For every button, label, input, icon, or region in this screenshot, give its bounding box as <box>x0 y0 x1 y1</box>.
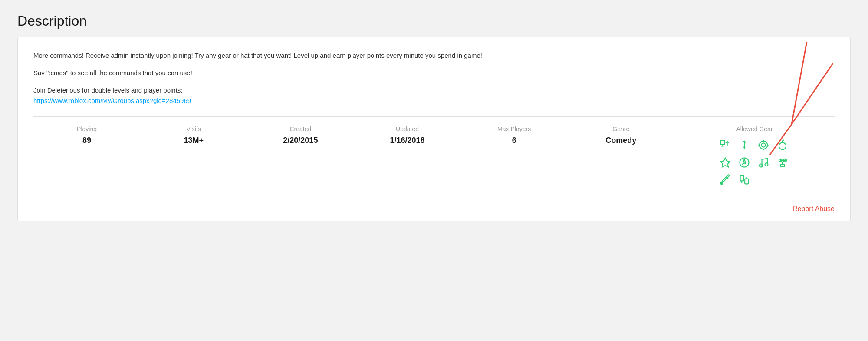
stats-row: Playing 89 Visits 13M+ Created 2/20/2015… <box>33 117 835 197</box>
stat-created: Created 2/20/2015 <box>247 126 354 145</box>
build-gear-icon <box>718 172 733 187</box>
stat-created-value: 2/20/2015 <box>283 136 318 145</box>
stat-updated-label: Updated <box>396 126 419 132</box>
stat-allowed-gear-label: Allowed Gear <box>736 126 773 132</box>
svg-marker-17 <box>721 158 730 167</box>
stat-playing-label: Playing <box>77 126 97 132</box>
svg-rect-30 <box>745 179 749 184</box>
transport-gear-icon <box>775 155 790 170</box>
melee-gear-icon <box>737 138 752 152</box>
stat-visits-value: 13M+ <box>184 136 204 145</box>
ranged-gear-icon <box>756 138 771 152</box>
svg-point-15 <box>779 142 786 149</box>
gear-icons-grid <box>718 138 791 188</box>
stat-genre: Genre Comedy <box>568 126 674 145</box>
svg-rect-29 <box>740 176 744 181</box>
description-paragraph-1: More commands! Receive admin instantly u… <box>33 50 835 106</box>
stat-created-label: Created <box>289 126 311 132</box>
svg-point-10 <box>762 143 766 147</box>
description-box: More commands! Receive admin instantly u… <box>17 37 851 221</box>
page-title: Description <box>17 13 851 29</box>
powerup-gear-icon <box>718 155 733 170</box>
musical-gear-icon <box>756 155 771 170</box>
report-abuse-button[interactable]: Report Abuse <box>792 205 835 213</box>
team-change-gear-icon <box>737 172 752 187</box>
description-group-link: Join Deleterious for double levels and p… <box>33 85 835 106</box>
svg-rect-3 <box>721 141 725 145</box>
svg-point-9 <box>760 141 768 149</box>
stat-max-players-value: 6 <box>512 136 516 145</box>
group-link[interactable]: https://www.roblox.com/My/Groups.aspx?gi… <box>33 97 191 104</box>
stat-updated: Updated 1/16/2018 <box>354 126 460 145</box>
navigation-gear-icon <box>737 155 752 170</box>
stat-playing: Playing 89 <box>33 126 140 145</box>
stat-max-players: Max Players 6 <box>461 126 568 145</box>
stat-allowed-gear: Allowed Gear <box>674 126 835 188</box>
stat-visits-label: Visits <box>187 126 201 132</box>
stat-updated-value: 1/16/2018 <box>390 136 424 145</box>
stat-genre-value: Comedy <box>605 136 636 145</box>
explosive-gear-icon <box>775 138 790 152</box>
footer-row: Report Abuse <box>33 197 835 221</box>
stat-playing-value: 89 <box>82 136 91 145</box>
stat-visits: Visits 13M+ <box>140 126 247 145</box>
svg-marker-19 <box>743 159 746 164</box>
stat-genre-label: Genre <box>612 126 629 132</box>
stat-max-players-label: Max Players <box>497 126 531 132</box>
social-gear-icon <box>718 138 733 152</box>
